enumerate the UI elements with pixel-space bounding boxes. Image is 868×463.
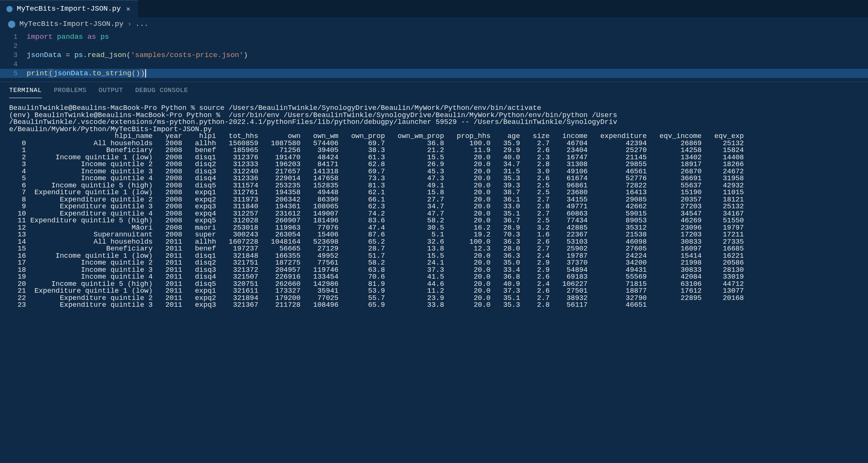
terminal-line: 19 Income quintile 4 2011 disq4 321507 2… (9, 274, 859, 281)
breadcrumb[interactable]: ⬤ MyTecBits-Import-JSON.py › ... (0, 17, 868, 31)
terminal-line: 15 Beneficiary 2011 benef 197237 56665 2… (9, 246, 859, 253)
module: pandas (57, 33, 83, 41)
terminal-line: 3 Income quintile 2 2008 disq2 312333 19… (9, 161, 859, 168)
module-ref: ps (74, 51, 83, 59)
terminal-line: hlpi_name year hlpi tot_hhs own own_wm o… (9, 133, 859, 140)
panel-tab-terminal[interactable]: TERMINAL (9, 87, 42, 98)
variable: jsonData (27, 51, 61, 59)
paren: ) (243, 51, 248, 59)
panel-tab-debug[interactable]: DEBUG CONSOLE (135, 87, 188, 98)
panel-tab-bar: TERMINAL PROBLEMS OUTPUT DEBUG CONSOLE (0, 82, 868, 98)
chevron-right-icon: › (127, 20, 132, 28)
variable: jsonData (53, 69, 88, 78)
panel-tab-problems[interactable]: PROBLEMS (54, 87, 87, 98)
paren: () (132, 69, 140, 78)
punct: . (88, 69, 92, 78)
paren: ( (48, 69, 53, 78)
string: 'samples/costs-price.json' (131, 51, 243, 59)
panel-tab-output[interactable]: OUTPUT (99, 87, 123, 98)
function: read_json (87, 51, 127, 59)
terminal-line: 11 Expenditure quintile 5 (high) 2008 ex… (9, 217, 859, 225)
terminal-output[interactable]: BeaulinTwinkle@Beaulins-MacBook-Pro Pyth… (0, 98, 868, 316)
close-tab-button[interactable]: ✕ (125, 5, 132, 13)
alias: ps (100, 33, 109, 41)
operator: = (61, 51, 74, 59)
editor-tab-bar: ⬤ MyTecBits-Import-JSON.py ✕ (0, 0, 868, 17)
line-number: 1 (0, 32, 27, 41)
punct: . (83, 51, 87, 59)
terminal-line: /BeaulinTwinkle/.vscode/extensions/ms-py… (9, 119, 859, 126)
keyword: import (27, 33, 52, 41)
paren: ) (140, 69, 145, 78)
code-editor[interactable]: 1 import pandas as ps 2 3 jsonData = ps.… (0, 31, 868, 82)
keyword: as (87, 33, 96, 41)
breadcrumb-filename: MyTecBits-Import-JSON.py (19, 20, 124, 28)
terminal-line: 23 Expenditure quintile 3 2011 expq3 321… (9, 302, 859, 309)
terminal-line: 5 Income quintile 4 2008 disq4 312336 22… (9, 175, 859, 182)
terminal-line: 21 Expenditure quintile 1 (low) 2011 exp… (9, 288, 859, 295)
terminal-line: 1 Beneficiary 2008 benef 185965 71256 39… (9, 147, 859, 154)
terminal-line: 13 Superannuitant 2008 super 300243 2630… (9, 232, 859, 239)
line-number: 5 (0, 69, 27, 78)
paren: ( (126, 51, 130, 59)
terminal-line: BeaulinTwinkle@Beaulins-MacBook-Pro Pyth… (9, 105, 859, 112)
line-number: 4 (0, 60, 27, 69)
function: print (27, 69, 48, 78)
terminal-line: 9 Expenditure quintile 3 2008 expq3 3118… (9, 203, 859, 211)
breadcrumb-ellipsis: ... (135, 20, 148, 28)
python-file-icon: ⬤ (6, 5, 13, 13)
line-number: 3 (0, 51, 27, 60)
terminal-line: 17 Income quintile 2 2011 disq2 321751 1… (9, 260, 859, 267)
method: to_string (92, 69, 132, 78)
line-number: 2 (0, 41, 27, 51)
python-file-icon: ⬤ (8, 19, 16, 29)
editor-tab[interactable]: ⬤ MyTecBits-Import-JSON.py ✕ (0, 0, 138, 17)
terminal-line: 7 Expenditure quintile 1 (low) 2008 expq… (9, 189, 859, 197)
editor-cursor (145, 69, 146, 78)
tab-filename: MyTecBits-Import-JSON.py (17, 5, 121, 13)
